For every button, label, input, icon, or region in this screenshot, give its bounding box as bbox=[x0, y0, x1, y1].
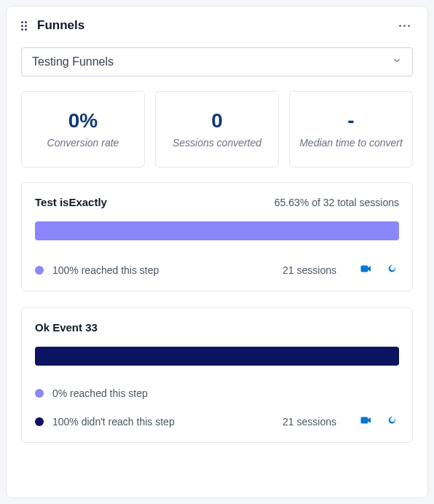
stat-median-time: - Median time to convert bbox=[289, 91, 413, 168]
progress-bar bbox=[35, 221, 399, 240]
stat-label: Median time to convert bbox=[296, 137, 406, 149]
sessions-count: 21 sessions bbox=[283, 416, 336, 428]
steps-container: Test isExactly65.63% of 32 total session… bbox=[21, 182, 413, 459]
card-header: Funnels bbox=[21, 18, 413, 33]
stat-value: 0% bbox=[28, 109, 138, 133]
flame-icon[interactable] bbox=[386, 262, 399, 277]
funnel-select-label: Testing Funnels bbox=[32, 55, 114, 68]
funnel-select[interactable]: Testing Funnels bbox=[21, 47, 413, 76]
flame-icon[interactable] bbox=[386, 414, 399, 429]
step-name: Ok Event 33 bbox=[35, 321, 98, 334]
stat-value: 0 bbox=[162, 109, 272, 133]
legend-dot-icon bbox=[35, 389, 44, 398]
drag-handle-icon[interactable] bbox=[21, 21, 30, 31]
step-header: Test isExactly65.63% of 32 total session… bbox=[35, 196, 399, 208]
header-left: Funnels bbox=[21, 18, 84, 33]
step-row-text: 0% reached this step bbox=[52, 387, 399, 399]
stat-value: - bbox=[296, 109, 406, 133]
funnel-step: Ok Event 330% reached this step100% didn… bbox=[21, 307, 413, 443]
legend-dot-icon bbox=[35, 417, 44, 426]
step-header: Ok Event 33 bbox=[35, 321, 399, 334]
video-icon[interactable] bbox=[360, 262, 373, 277]
step-row: 100% reached this step21 sessions bbox=[35, 262, 399, 277]
step-meta: 65.63% of 32 total sessions bbox=[275, 197, 399, 208]
card-title: Funnels bbox=[37, 18, 84, 33]
more-options-button[interactable] bbox=[396, 22, 413, 30]
stats-row: 0% Conversion rate 0 Sessions converted … bbox=[21, 91, 413, 168]
chevron-down-icon bbox=[392, 55, 402, 68]
step-actions bbox=[360, 414, 399, 429]
step-actions bbox=[360, 262, 399, 277]
stat-label: Sessions converted bbox=[162, 137, 272, 149]
funnel-step: Test isExactly65.63% of 32 total session… bbox=[21, 182, 413, 291]
step-row-text: 100% reached this step bbox=[52, 264, 274, 276]
legend-dot-icon bbox=[35, 266, 44, 275]
video-icon[interactable] bbox=[360, 414, 373, 429]
step-row-text: 100% didn't reach this step bbox=[52, 416, 274, 428]
step-row: 0% reached this step bbox=[35, 387, 399, 399]
funnels-card: Funnels Testing Funnels 0% Conversion ra… bbox=[6, 6, 428, 498]
progress-bar bbox=[35, 347, 399, 366]
stat-label: Conversion rate bbox=[28, 137, 138, 149]
stat-conversion-rate: 0% Conversion rate bbox=[21, 91, 145, 168]
sessions-count: 21 sessions bbox=[283, 264, 336, 276]
stat-sessions-converted: 0 Sessions converted bbox=[155, 91, 279, 168]
step-name: Test isExactly bbox=[35, 196, 107, 208]
step-row: 100% didn't reach this step21 sessions bbox=[35, 414, 399, 429]
